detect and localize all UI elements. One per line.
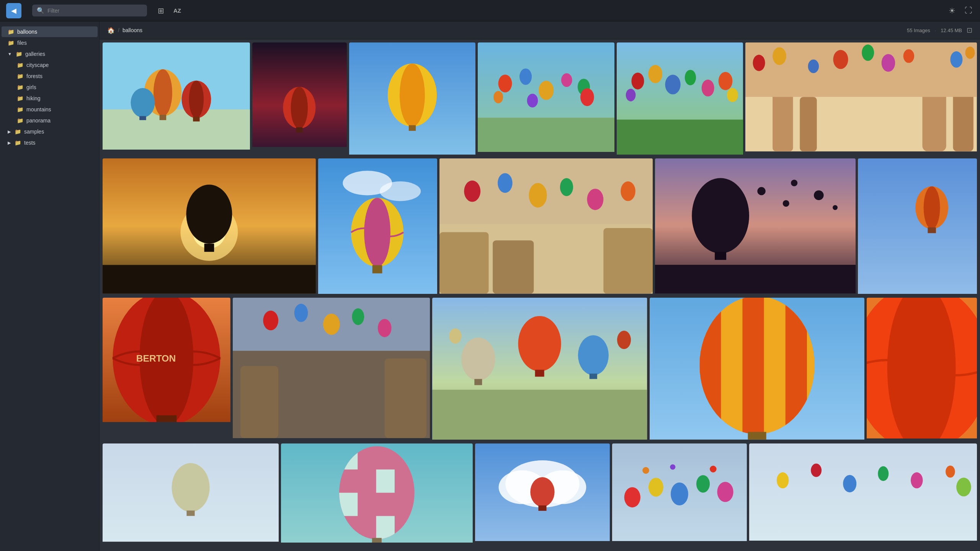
sidebar-item-forests[interactable]: 📁 forests [2,71,98,82]
svg-point-20 [498,75,512,92]
photo-item[interactable] [612,443,747,544]
svg-point-52 [965,47,975,59]
svg-rect-120 [748,432,766,440]
toolbar-icons: ⊞ AZ [156,5,183,17]
svg-rect-56 [103,265,316,294]
sidebar-item-tests[interactable]: ▶ 📁 tests [2,137,98,148]
svg-point-21 [519,68,532,85]
svg-point-61 [380,181,421,201]
photo-item[interactable] [749,443,977,544]
sort-az-icon[interactable]: AZ [172,6,183,15]
svg-point-35 [719,72,733,90]
svg-rect-69 [603,228,652,293]
sidebar-item-hiking[interactable]: 📁 hiking [2,93,98,104]
sidebar-item-galleries[interactable]: ▼ 📁 galleries [2,49,98,59]
svg-point-103 [378,319,392,337]
search-icon: 🔍 [37,7,44,14]
photo-item[interactable] [867,298,977,441]
folder-icon: 📁 [8,29,14,35]
sidebar-item-files[interactable]: 📁 files [2,37,98,48]
breadcrumb-separator: / [118,27,119,33]
sidebar-item-samples[interactable]: ▶ 📁 samples [2,126,98,137]
brightness-icon[interactable]: ☀ [947,5,957,17]
svg-point-16 [400,64,425,127]
photo-item[interactable] [745,42,977,156]
svg-point-50 [903,49,914,63]
photo-item[interactable] [655,158,856,295]
svg-point-154 [878,466,889,481]
svg-point-47 [833,50,848,69]
svg-rect-40 [800,97,817,151]
photo-item[interactable] [478,42,614,156]
svg-point-100 [294,304,308,322]
photo-item[interactable] [281,443,473,544]
photo-item[interactable] [650,298,864,441]
sidebar-item-balloons[interactable]: 📁 balloons [2,26,98,37]
svg-rect-9 [139,116,146,120]
svg-point-73 [560,178,573,196]
svg-rect-88 [928,227,936,233]
photo-item[interactable] [318,158,437,295]
sidebar-item-label: files [17,40,27,46]
folder-icon: 📁 [17,84,23,90]
photo-item[interactable] [252,42,347,156]
photo-item[interactable] [103,158,316,295]
photo-row-4 [103,443,977,544]
sidebar-item-label: panorama [26,117,51,124]
svg-rect-13 [296,127,302,133]
grid-view-icon[interactable]: ⊞ [156,5,166,17]
svg-point-74 [587,189,603,210]
sidebar-item-mountains[interactable]: 📁 mountains [2,104,98,115]
svg-point-145 [696,475,710,493]
folder-icon: 📁 [17,95,23,101]
svg-point-12 [291,87,307,129]
svg-rect-1 [103,109,250,150]
svg-rect-134 [372,538,382,543]
svg-point-70 [464,181,480,202]
svg-rect-111 [590,374,597,379]
svg-rect-107 [475,379,482,385]
back-button[interactable]: ◀ [6,3,21,18]
photo-item[interactable] [432,298,647,441]
svg-point-51 [951,51,963,68]
svg-rect-109 [535,370,544,377]
photo-item[interactable] [349,42,475,156]
sidebar-item-label: samples [24,129,44,135]
svg-rect-105 [432,390,647,440]
svg-point-32 [665,75,681,94]
photo-item[interactable] [439,158,653,295]
photo-item[interactable] [617,42,743,156]
svg-point-37 [727,88,738,102]
svg-point-57 [186,185,232,244]
photo-item[interactable] [103,443,279,544]
svg-rect-140 [538,505,546,511]
svg-point-82 [814,191,824,201]
topbar-right: ☀ ⛶ [947,5,974,17]
svg-point-25 [493,91,503,103]
svg-rect-64 [372,265,382,273]
sidebar-item-label: tests [24,140,36,146]
fullscreen-icon[interactable]: ⛶ [963,5,974,16]
search-input[interactable] [47,8,142,14]
svg-point-75 [621,181,635,201]
svg-rect-58 [204,244,214,252]
svg-point-78 [692,178,749,254]
folder-icon: 📁 [8,40,14,46]
photo-item[interactable] [858,158,977,295]
photo-item[interactable] [233,298,430,441]
sidebar-item-girls[interactable]: 📁 girls [2,82,98,93]
photo-item[interactable] [103,42,250,156]
sidebar-item-cityscape[interactable]: 📁 cityscape [2,60,98,70]
photo-item[interactable]: BERTON [103,298,230,441]
svg-point-45 [773,47,786,65]
folder-settings-icon[interactable]: ⊡ [967,26,972,34]
sidebar-item-label: cityscape [26,62,49,68]
sidebar-item-panorama[interactable]: 📁 panorama [2,115,98,126]
photo-item[interactable] [475,443,610,544]
home-icon[interactable]: 🏠 [107,27,115,34]
back-icon: ◀ [11,7,16,15]
svg-point-26 [527,94,538,108]
svg-point-155 [911,472,923,488]
svg-point-106 [462,337,495,380]
svg-point-6 [189,81,204,118]
